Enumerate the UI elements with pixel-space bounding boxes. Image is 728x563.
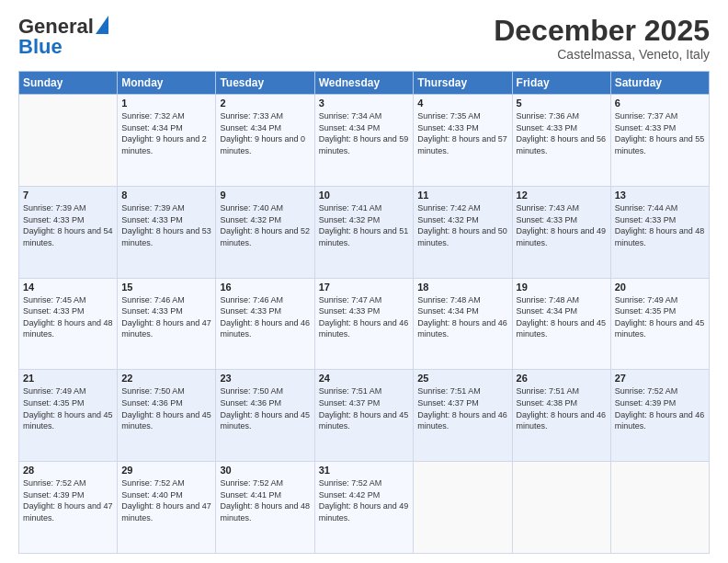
day-number: 30	[220, 465, 310, 476]
calendar-week-row: 7Sunrise: 7:39 AMSunset: 4:33 PMDaylight…	[19, 186, 710, 278]
calendar-day-header-saturday: Saturday	[610, 72, 709, 95]
day-number: 18	[417, 282, 507, 293]
day-number: 5	[517, 98, 607, 109]
calendar-cell: 1Sunrise: 7:32 AMSunset: 4:34 PMDaylight…	[118, 95, 216, 187]
day-number: 20	[615, 282, 705, 293]
title-block: December 2025 Castelmassa, Veneto, Italy	[494, 15, 710, 62]
day-info: Sunrise: 7:43 AMSunset: 4:33 PMDaylight:…	[517, 202, 607, 248]
calendar-cell: 15Sunrise: 7:46 AMSunset: 4:33 PMDayligh…	[118, 278, 216, 370]
calendar-cell: 28Sunrise: 7:52 AMSunset: 4:39 PMDayligh…	[19, 462, 118, 554]
calendar-cell: 14Sunrise: 7:45 AMSunset: 4:33 PMDayligh…	[19, 278, 118, 370]
calendar-week-row: 14Sunrise: 7:45 AMSunset: 4:33 PMDayligh…	[19, 278, 710, 370]
day-info: Sunrise: 7:49 AMSunset: 4:35 PMDaylight:…	[615, 294, 705, 340]
day-number: 10	[319, 190, 410, 201]
day-number: 27	[615, 373, 705, 384]
day-info: Sunrise: 7:46 AMSunset: 4:33 PMDaylight:…	[121, 294, 211, 340]
day-info: Sunrise: 7:51 AMSunset: 4:37 PMDaylight:…	[319, 385, 410, 431]
day-info: Sunrise: 7:41 AMSunset: 4:32 PMDaylight:…	[319, 202, 410, 248]
calendar-cell: 18Sunrise: 7:48 AMSunset: 4:34 PMDayligh…	[414, 278, 512, 370]
location: Castelmassa, Veneto, Italy	[494, 47, 710, 62]
day-number: 7	[23, 190, 113, 201]
calendar-day-header-monday: Monday	[118, 72, 216, 95]
day-info: Sunrise: 7:34 AMSunset: 4:34 PMDaylight:…	[319, 110, 410, 156]
calendar-cell: 11Sunrise: 7:42 AMSunset: 4:32 PMDayligh…	[414, 186, 512, 278]
calendar-cell: 24Sunrise: 7:51 AMSunset: 4:37 PMDayligh…	[314, 370, 414, 462]
day-info: Sunrise: 7:44 AMSunset: 4:33 PMDaylight:…	[615, 202, 705, 248]
calendar-cell: 23Sunrise: 7:50 AMSunset: 4:36 PMDayligh…	[216, 370, 314, 462]
day-info: Sunrise: 7:37 AMSunset: 4:33 PMDaylight:…	[615, 110, 705, 156]
calendar-day-header-friday: Friday	[512, 72, 610, 95]
logo-triangle-icon	[96, 16, 108, 34]
day-number: 6	[615, 98, 705, 109]
day-info: Sunrise: 7:32 AMSunset: 4:34 PMDaylight:…	[121, 110, 211, 156]
calendar-cell: 2Sunrise: 7:33 AMSunset: 4:34 PMDaylight…	[216, 95, 314, 187]
day-info: Sunrise: 7:51 AMSunset: 4:38 PMDaylight:…	[517, 385, 607, 431]
calendar-cell	[19, 95, 118, 187]
day-info: Sunrise: 7:52 AMSunset: 4:40 PMDaylight:…	[121, 477, 211, 523]
day-info: Sunrise: 7:39 AMSunset: 4:33 PMDaylight:…	[23, 202, 113, 248]
day-number: 31	[319, 465, 410, 476]
day-number: 22	[121, 373, 211, 384]
calendar-cell: 13Sunrise: 7:44 AMSunset: 4:33 PMDayligh…	[610, 186, 709, 278]
day-info: Sunrise: 7:50 AMSunset: 4:36 PMDaylight:…	[121, 385, 211, 431]
day-number: 13	[615, 190, 705, 201]
calendar-cell: 7Sunrise: 7:39 AMSunset: 4:33 PMDaylight…	[19, 186, 118, 278]
calendar-day-header-thursday: Thursday	[414, 72, 512, 95]
day-info: Sunrise: 7:52 AMSunset: 4:42 PMDaylight:…	[319, 477, 410, 523]
day-number: 26	[517, 373, 607, 384]
calendar-cell: 21Sunrise: 7:49 AMSunset: 4:35 PMDayligh…	[19, 370, 118, 462]
page: General Blue December 2025 Castelmassa, …	[0, 0, 728, 563]
calendar-cell: 3Sunrise: 7:34 AMSunset: 4:34 PMDaylight…	[314, 95, 414, 187]
day-number: 24	[319, 373, 410, 384]
calendar-day-header-wednesday: Wednesday	[314, 72, 414, 95]
calendar-cell: 29Sunrise: 7:52 AMSunset: 4:40 PMDayligh…	[118, 462, 216, 554]
day-info: Sunrise: 7:40 AMSunset: 4:32 PMDaylight:…	[220, 202, 310, 248]
calendar-cell: 9Sunrise: 7:40 AMSunset: 4:32 PMDaylight…	[216, 186, 314, 278]
calendar-cell: 8Sunrise: 7:39 AMSunset: 4:33 PMDaylight…	[118, 186, 216, 278]
day-number: 21	[23, 373, 113, 384]
calendar-cell: 22Sunrise: 7:50 AMSunset: 4:36 PMDayligh…	[118, 370, 216, 462]
day-info: Sunrise: 7:39 AMSunset: 4:33 PMDaylight:…	[121, 202, 211, 248]
calendar-cell: 6Sunrise: 7:37 AMSunset: 4:33 PMDaylight…	[610, 95, 709, 187]
logo: General Blue	[18, 15, 108, 59]
calendar-cell: 20Sunrise: 7:49 AMSunset: 4:35 PMDayligh…	[610, 278, 709, 370]
header: General Blue December 2025 Castelmassa, …	[18, 15, 710, 62]
day-info: Sunrise: 7:46 AMSunset: 4:33 PMDaylight:…	[220, 294, 310, 340]
day-info: Sunrise: 7:52 AMSunset: 4:39 PMDaylight:…	[23, 477, 113, 523]
calendar-week-row: 28Sunrise: 7:52 AMSunset: 4:39 PMDayligh…	[19, 462, 710, 554]
calendar-cell: 17Sunrise: 7:47 AMSunset: 4:33 PMDayligh…	[314, 278, 414, 370]
day-number: 11	[417, 190, 507, 201]
calendar-header-row: SundayMondayTuesdayWednesdayThursdayFrid…	[19, 72, 710, 95]
day-info: Sunrise: 7:36 AMSunset: 4:33 PMDaylight:…	[517, 110, 607, 156]
day-info: Sunrise: 7:48 AMSunset: 4:34 PMDaylight:…	[417, 294, 507, 340]
day-info: Sunrise: 7:35 AMSunset: 4:33 PMDaylight:…	[417, 110, 507, 156]
month-title: December 2025	[494, 15, 710, 47]
day-number: 15	[121, 282, 211, 293]
day-number: 12	[517, 190, 607, 201]
day-number: 25	[417, 373, 507, 384]
day-number: 2	[220, 98, 310, 109]
day-number: 19	[517, 282, 607, 293]
day-number: 8	[121, 190, 211, 201]
day-info: Sunrise: 7:33 AMSunset: 4:34 PMDaylight:…	[220, 110, 310, 156]
calendar-week-row: 21Sunrise: 7:49 AMSunset: 4:35 PMDayligh…	[19, 370, 710, 462]
calendar-cell: 16Sunrise: 7:46 AMSunset: 4:33 PMDayligh…	[216, 278, 314, 370]
calendar-cell: 12Sunrise: 7:43 AMSunset: 4:33 PMDayligh…	[512, 186, 610, 278]
day-info: Sunrise: 7:47 AMSunset: 4:33 PMDaylight:…	[319, 294, 410, 340]
calendar-cell: 5Sunrise: 7:36 AMSunset: 4:33 PMDaylight…	[512, 95, 610, 187]
calendar-cell	[512, 462, 610, 554]
calendar-day-header-tuesday: Tuesday	[216, 72, 314, 95]
day-number: 1	[121, 98, 211, 109]
calendar-cell: 27Sunrise: 7:52 AMSunset: 4:39 PMDayligh…	[610, 370, 709, 462]
calendar-table: SundayMondayTuesdayWednesdayThursdayFrid…	[18, 71, 710, 554]
day-info: Sunrise: 7:51 AMSunset: 4:37 PMDaylight:…	[417, 385, 507, 431]
calendar-cell	[414, 462, 512, 554]
day-info: Sunrise: 7:42 AMSunset: 4:32 PMDaylight:…	[417, 202, 507, 248]
day-number: 29	[121, 465, 211, 476]
day-info: Sunrise: 7:45 AMSunset: 4:33 PMDaylight:…	[23, 294, 113, 340]
calendar-cell: 25Sunrise: 7:51 AMSunset: 4:37 PMDayligh…	[414, 370, 512, 462]
calendar-cell: 4Sunrise: 7:35 AMSunset: 4:33 PMDaylight…	[414, 95, 512, 187]
day-info: Sunrise: 7:48 AMSunset: 4:34 PMDaylight:…	[517, 294, 607, 340]
calendar-cell: 30Sunrise: 7:52 AMSunset: 4:41 PMDayligh…	[216, 462, 314, 554]
day-number: 14	[23, 282, 113, 293]
